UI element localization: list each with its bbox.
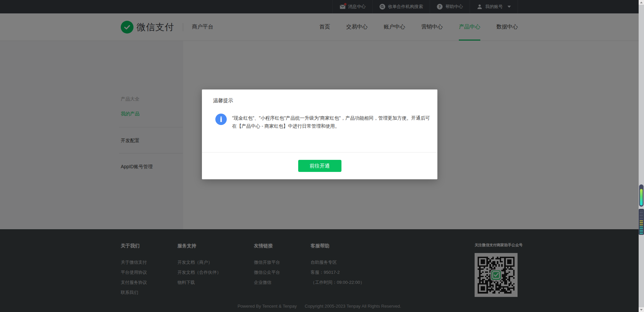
arrow-down-icon bbox=[640, 309, 643, 311]
go-activate-button[interactable]: 前往开通 bbox=[298, 160, 341, 172]
dialog-footer: 前往开通 bbox=[202, 152, 437, 179]
dialog-title: 温馨提示 bbox=[213, 98, 233, 104]
scrollbar[interactable] bbox=[639, 0, 644, 312]
wechat-pay-merchant-platform: 消息中心 收单合作机构搜索 ? 帮助中心 我的账号 bbox=[0, 0, 644, 312]
arrow-up-icon bbox=[640, 2, 643, 3]
notice-dialog: 温馨提示 i "现金红包"、"小程序红包"产品统一升级为"商家红包"，产品功能相… bbox=[202, 89, 437, 179]
scroll-up-button[interactable] bbox=[639, 0, 644, 5]
scrollbar-striped-marker bbox=[639, 209, 644, 235]
info-icon: i bbox=[215, 114, 227, 125]
scroll-down-button[interactable] bbox=[639, 307, 644, 312]
dialog-message: "现金红包"、"小程序红包"产品统一升级为"商家红包"，产品功能相同，管理更加方… bbox=[232, 114, 430, 130]
scrollbar-gradient-marker bbox=[639, 184, 644, 207]
